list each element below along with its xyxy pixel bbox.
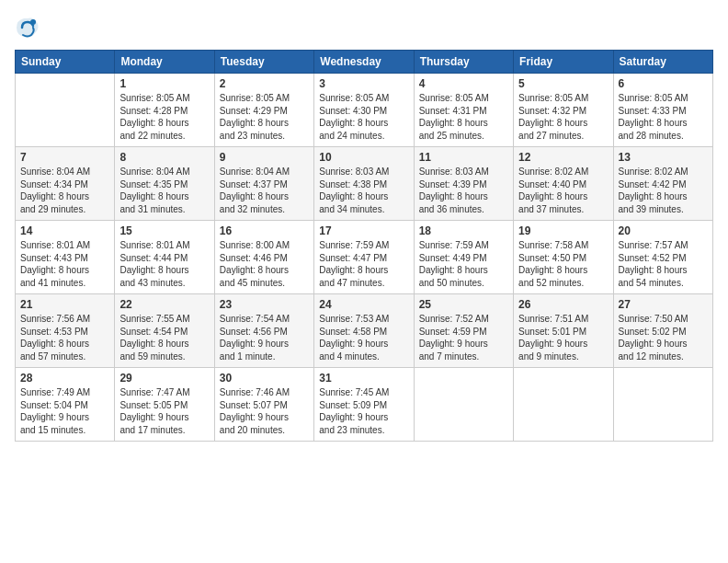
calendar-cell: 6Sunrise: 8:05 AM Sunset: 4:33 PM Daylig… — [613, 74, 712, 147]
day-number: 8 — [119, 151, 209, 164]
logo — [15, 15, 44, 40]
calendar-cell: 19Sunrise: 7:58 AM Sunset: 4:50 PM Dayli… — [514, 221, 613, 294]
calendar-cell: 16Sunrise: 8:00 AM Sunset: 4:46 PM Dayli… — [214, 221, 313, 294]
calendar-cell: 21Sunrise: 7:56 AM Sunset: 4:53 PM Dayli… — [16, 294, 115, 368]
calendar-cell: 27Sunrise: 7:50 AM Sunset: 5:02 PM Dayli… — [613, 294, 712, 368]
day-info: Sunrise: 7:58 AM Sunset: 4:50 PM Dayligh… — [518, 239, 608, 289]
calendar-cell: 8Sunrise: 8:04 AM Sunset: 4:35 PM Daylig… — [115, 147, 214, 221]
day-info: Sunrise: 7:56 AM Sunset: 4:53 PM Dayligh… — [20, 313, 109, 362]
day-info: Sunrise: 7:46 AM Sunset: 5:07 PM Dayligh… — [220, 386, 309, 436]
day-number: 30 — [220, 372, 309, 385]
day-number: 12 — [518, 151, 608, 164]
day-info: Sunrise: 8:05 AM Sunset: 4:30 PM Dayligh… — [319, 92, 408, 142]
day-info: Sunrise: 8:05 AM Sunset: 4:29 PM Dayligh… — [220, 92, 309, 142]
calendar-cell: 23Sunrise: 7:54 AM Sunset: 4:56 PM Dayli… — [214, 294, 313, 368]
calendar-cell: 18Sunrise: 7:59 AM Sunset: 4:49 PM Dayli… — [414, 221, 513, 294]
calendar-cell: 5Sunrise: 8:05 AM Sunset: 4:32 PM Daylig… — [514, 74, 613, 147]
header — [15, 15, 713, 40]
day-number: 1 — [119, 77, 209, 90]
day-number: 2 — [220, 77, 309, 90]
day-number: 25 — [419, 298, 508, 311]
day-info: Sunrise: 8:00 AM Sunset: 4:46 PM Dayligh… — [220, 239, 309, 289]
calendar-cell — [16, 74, 115, 147]
day-info: Sunrise: 8:01 AM Sunset: 4:44 PM Dayligh… — [119, 239, 209, 289]
day-number: 20 — [619, 224, 708, 237]
calendar-cell: 3Sunrise: 8:05 AM Sunset: 4:30 PM Daylig… — [314, 74, 414, 147]
calendar-cell: 29Sunrise: 7:47 AM Sunset: 5:05 PM Dayli… — [115, 368, 214, 442]
calendar-cell: 11Sunrise: 8:03 AM Sunset: 4:39 PM Dayli… — [414, 147, 513, 221]
calendar-body: 1Sunrise: 8:05 AM Sunset: 4:28 PM Daylig… — [16, 74, 713, 442]
calendar-cell — [613, 368, 712, 442]
calendar-table: SundayMondayTuesdayWednesdayThursdayFrid… — [15, 50, 713, 442]
day-number: 18 — [419, 224, 508, 237]
day-number: 6 — [619, 77, 708, 90]
calendar-week-row: 21Sunrise: 7:56 AM Sunset: 4:53 PM Dayli… — [16, 294, 713, 368]
day-number: 26 — [518, 298, 608, 311]
day-number: 29 — [119, 372, 209, 385]
day-number: 23 — [220, 298, 309, 311]
day-info: Sunrise: 7:59 AM Sunset: 4:49 PM Dayligh… — [419, 239, 508, 289]
day-info: Sunrise: 7:49 AM Sunset: 5:04 PM Dayligh… — [20, 386, 109, 436]
calendar-cell: 9Sunrise: 8:04 AM Sunset: 4:37 PM Daylig… — [214, 147, 313, 221]
day-info: Sunrise: 7:50 AM Sunset: 5:02 PM Dayligh… — [619, 313, 708, 362]
svg-point-0 — [30, 19, 36, 25]
day-info: Sunrise: 8:04 AM Sunset: 4:34 PM Dayligh… — [20, 166, 109, 215]
day-number: 13 — [619, 151, 708, 164]
weekday-header-cell: Saturday — [613, 51, 712, 74]
day-info: Sunrise: 8:02 AM Sunset: 4:42 PM Dayligh… — [619, 166, 708, 215]
day-info: Sunrise: 7:47 AM Sunset: 5:05 PM Dayligh… — [119, 386, 209, 436]
day-number: 4 — [419, 77, 508, 90]
calendar-cell: 20Sunrise: 7:57 AM Sunset: 4:52 PM Dayli… — [613, 221, 712, 294]
calendar-cell: 7Sunrise: 8:04 AM Sunset: 4:34 PM Daylig… — [16, 147, 115, 221]
page-container: SundayMondayTuesdayWednesdayThursdayFrid… — [0, 0, 728, 451]
day-number: 28 — [20, 372, 109, 385]
day-info: Sunrise: 7:57 AM Sunset: 4:52 PM Dayligh… — [619, 239, 708, 289]
day-info: Sunrise: 8:05 AM Sunset: 4:28 PM Dayligh… — [119, 92, 209, 142]
day-number: 19 — [518, 224, 608, 237]
weekday-header-cell: Monday — [115, 51, 214, 74]
calendar-week-row: 7Sunrise: 8:04 AM Sunset: 4:34 PM Daylig… — [16, 147, 713, 221]
day-info: Sunrise: 7:59 AM Sunset: 4:47 PM Dayligh… — [319, 239, 408, 289]
day-number: 31 — [319, 372, 408, 385]
day-info: Sunrise: 8:05 AM Sunset: 4:33 PM Dayligh… — [619, 92, 708, 142]
day-number: 21 — [20, 298, 109, 311]
day-info: Sunrise: 8:04 AM Sunset: 4:37 PM Dayligh… — [220, 166, 309, 215]
day-info: Sunrise: 8:05 AM Sunset: 4:32 PM Dayligh… — [518, 92, 608, 142]
calendar-cell: 10Sunrise: 8:03 AM Sunset: 4:38 PM Dayli… — [314, 147, 414, 221]
weekday-header-cell: Friday — [514, 51, 613, 74]
calendar-cell: 25Sunrise: 7:52 AM Sunset: 4:59 PM Dayli… — [414, 294, 513, 368]
day-number: 14 — [20, 224, 109, 237]
calendar-week-row: 28Sunrise: 7:49 AM Sunset: 5:04 PM Dayli… — [16, 368, 713, 442]
calendar-cell: 30Sunrise: 7:46 AM Sunset: 5:07 PM Dayli… — [214, 368, 313, 442]
calendar-cell: 14Sunrise: 8:01 AM Sunset: 4:43 PM Dayli… — [16, 221, 115, 294]
calendar-cell: 4Sunrise: 8:05 AM Sunset: 4:31 PM Daylig… — [414, 74, 513, 147]
day-info: Sunrise: 8:03 AM Sunset: 4:38 PM Dayligh… — [319, 166, 408, 215]
day-info: Sunrise: 7:53 AM Sunset: 4:58 PM Dayligh… — [319, 313, 408, 362]
calendar-cell: 17Sunrise: 7:59 AM Sunset: 4:47 PM Dayli… — [314, 221, 414, 294]
calendar-cell — [414, 368, 513, 442]
day-number: 27 — [619, 298, 708, 311]
day-number: 10 — [319, 151, 408, 164]
calendar-cell: 22Sunrise: 7:55 AM Sunset: 4:54 PM Dayli… — [115, 294, 214, 368]
calendar-week-row: 1Sunrise: 8:05 AM Sunset: 4:28 PM Daylig… — [16, 74, 713, 147]
day-number: 3 — [319, 77, 408, 90]
calendar-cell: 24Sunrise: 7:53 AM Sunset: 4:58 PM Dayli… — [314, 294, 414, 368]
day-info: Sunrise: 8:05 AM Sunset: 4:31 PM Dayligh… — [419, 92, 508, 142]
weekday-header-cell: Tuesday — [214, 51, 313, 74]
day-number: 7 — [20, 151, 109, 164]
day-number: 9 — [220, 151, 309, 164]
calendar-week-row: 14Sunrise: 8:01 AM Sunset: 4:43 PM Dayli… — [16, 221, 713, 294]
day-info: Sunrise: 7:52 AM Sunset: 4:59 PM Dayligh… — [419, 313, 508, 362]
day-info: Sunrise: 8:02 AM Sunset: 4:40 PM Dayligh… — [518, 166, 608, 215]
day-info: Sunrise: 8:03 AM Sunset: 4:39 PM Dayligh… — [419, 166, 508, 215]
day-number: 5 — [518, 77, 608, 90]
weekday-header-cell: Wednesday — [314, 51, 414, 74]
day-info: Sunrise: 8:01 AM Sunset: 4:43 PM Dayligh… — [20, 239, 109, 289]
calendar-cell — [514, 368, 613, 442]
calendar-cell: 1Sunrise: 8:05 AM Sunset: 4:28 PM Daylig… — [115, 74, 214, 147]
day-number: 22 — [119, 298, 209, 311]
logo-icon — [15, 15, 40, 40]
calendar-cell: 28Sunrise: 7:49 AM Sunset: 5:04 PM Dayli… — [16, 368, 115, 442]
day-number: 17 — [319, 224, 408, 237]
calendar-cell: 26Sunrise: 7:51 AM Sunset: 5:01 PM Dayli… — [514, 294, 613, 368]
